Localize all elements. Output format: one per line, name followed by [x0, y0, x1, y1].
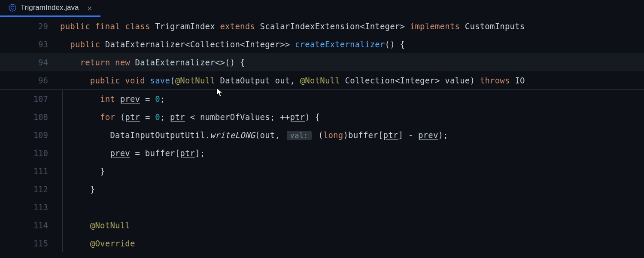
code-content[interactable]: for (ptr = 0; ptr < numberOfValues; ++pt… — [60, 112, 320, 122]
token: = — [140, 112, 155, 122]
token: writeLONG — [210, 130, 255, 140]
line-number[interactable]: 93 — [0, 40, 60, 49]
token: ( — [120, 112, 125, 122]
token: } — [60, 184, 95, 194]
code-line[interactable]: 107 int prev = 0; — [0, 90, 644, 108]
token: = — [140, 94, 155, 104]
token — [60, 148, 110, 158]
token — [60, 112, 100, 122]
token: save — [150, 76, 170, 85]
token: ) { — [305, 112, 320, 122]
token: ( — [170, 76, 175, 85]
token: ScalarIndexExtension<Integer> — [260, 22, 410, 31]
code-line[interactable]: 115 @Override — [0, 234, 644, 252]
token — [60, 76, 90, 85]
token — [60, 94, 100, 104]
token — [60, 58, 80, 67]
token: 0 — [155, 94, 160, 104]
java-class-icon — [9, 4, 16, 12]
token: , — [290, 76, 300, 85]
line-number[interactable]: 113 — [0, 203, 60, 212]
token: IO — [515, 76, 525, 85]
token: createExternalizer — [295, 40, 385, 49]
line-number[interactable]: 109 — [0, 130, 60, 140]
code-line[interactable]: 111 } — [0, 162, 644, 180]
token: return — [80, 58, 115, 67]
code-content[interactable]: @Override — [60, 239, 135, 248]
token: ptr — [180, 148, 195, 158]
line-number[interactable]: 114 — [0, 221, 60, 230]
tab-trigram-index[interactable]: TrigramIndex.java × — [0, 0, 100, 17]
token: Collection<Integer> — [345, 76, 445, 85]
token: public — [60, 22, 95, 31]
code-line[interactable]: 113 — [0, 198, 644, 216]
token: throws — [480, 76, 515, 85]
token — [60, 221, 90, 230]
token: @NotNull — [300, 76, 345, 85]
code-line[interactable]: 29public final class TrigramIndex extend… — [0, 17, 644, 35]
code-line[interactable]: 108 for (ptr = 0; ptr < numberOfValues; … — [0, 108, 644, 126]
token: public — [90, 76, 125, 85]
token: prev — [110, 148, 130, 158]
token: ; — [160, 94, 165, 104]
code-content[interactable]: @NotNull — [60, 221, 130, 230]
token: ( — [313, 130, 323, 140]
code-content[interactable]: } — [60, 166, 105, 176]
close-icon[interactable]: × — [85, 3, 94, 12]
token: } — [60, 166, 105, 176]
code-content[interactable]: public DataExternalizer<Collection<Integ… — [60, 40, 405, 49]
token: @NotNull — [175, 76, 220, 85]
indent-guide — [62, 90, 63, 252]
token: ] - — [398, 130, 418, 140]
token: ptr — [170, 112, 185, 122]
inlay-hint[interactable]: val: — [287, 131, 312, 140]
token: out — [275, 76, 290, 85]
code-content[interactable]: public final class TrigramIndex extends … — [60, 22, 525, 31]
line-number[interactable]: 110 — [0, 148, 60, 158]
code-content[interactable]: DataInputOutputUtil.writeLONG(out, val: … — [60, 130, 448, 140]
token: void — [125, 76, 150, 85]
token: 0 — [155, 112, 160, 122]
token: )buffer[ — [343, 130, 383, 140]
code-line[interactable]: 93 public DataExternalizer<Collection<In… — [0, 35, 644, 53]
token: public — [70, 40, 105, 49]
token: long — [323, 130, 343, 140]
token — [60, 239, 90, 248]
token: DataExternalizer<>() { — [135, 58, 245, 67]
token: ) — [470, 76, 480, 85]
code-editor[interactable]: 29public final class TrigramIndex extend… — [0, 17, 644, 258]
line-number[interactable]: 108 — [0, 112, 60, 122]
token: = buffer[ — [130, 148, 180, 158]
token: value — [445, 76, 470, 85]
token: prev — [418, 130, 438, 140]
code-content[interactable]: int prev = 0; — [60, 94, 165, 104]
code-content[interactable]: public void save(@NotNull DataOutput out… — [60, 76, 525, 85]
line-number[interactable]: 29 — [0, 22, 60, 31]
line-number[interactable]: 112 — [0, 184, 60, 194]
line-number[interactable]: 111 — [0, 166, 60, 176]
token: ptr — [125, 112, 140, 122]
code-line[interactable]: 109 DataInputOutputUtil.writeLONG(out, v… — [0, 126, 644, 144]
code-line[interactable]: 94 return new DataExternalizer<>() { — [0, 53, 644, 71]
code-body[interactable]: 107 int prev = 0;108 for (ptr = 0; ptr <… — [0, 90, 644, 252]
code-line[interactable]: 112 } — [0, 180, 644, 198]
token: ptr — [290, 112, 305, 122]
token — [60, 130, 110, 140]
code-line[interactable]: 110 prev = buffer[ptr]; — [0, 144, 644, 162]
token: < numberOfValues; ++ — [185, 112, 290, 122]
token: DataExternalizer<Collection<Integer>> — [105, 40, 295, 49]
code-line[interactable]: 96 public void save(@NotNull DataOutput … — [0, 71, 644, 89]
code-content[interactable]: prev = buffer[ptr]; — [60, 148, 205, 158]
line-number[interactable]: 94 — [0, 58, 60, 67]
line-number[interactable]: 96 — [0, 76, 60, 85]
token: DataOutput — [220, 76, 275, 85]
line-number[interactable]: 115 — [0, 239, 60, 248]
token: TrigramIndex — [155, 22, 220, 31]
token: ]; — [195, 148, 205, 158]
token: ; — [160, 112, 170, 122]
line-number[interactable]: 107 — [0, 94, 60, 104]
code-content[interactable]: } — [60, 184, 95, 194]
code-content[interactable]: return new DataExternalizer<>() { — [60, 58, 245, 67]
code-line[interactable]: 114 @NotNull — [0, 216, 644, 234]
token: @Override — [90, 239, 135, 248]
